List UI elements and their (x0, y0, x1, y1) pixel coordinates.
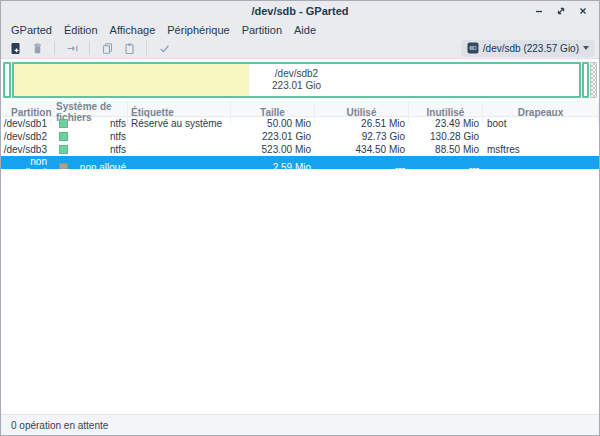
partition-table: Partition Système de fichiers Étiquette … (1, 101, 599, 169)
table-row-sdb3[interactable]: /dev/sdb3 ntfs 523.00 Mio 434.50 Mio 88.… (1, 143, 599, 156)
menu-peripherique[interactable]: Périphérique (161, 24, 235, 36)
window-controls (531, 4, 599, 18)
new-partition-button[interactable] (4, 39, 26, 58)
statusbar: 0 opération en attente (1, 414, 599, 435)
cell-flags: msftres (483, 144, 599, 155)
partition-segment-name: /dev/sdb2 (275, 68, 318, 80)
cell-filesystem: ntfs (51, 130, 128, 143)
apply-operations-button[interactable] (153, 39, 175, 58)
menu-aide[interactable]: Aide (288, 24, 322, 36)
table-row-sdb1[interactable]: /dev/sdb1 ntfs Réservé au système 50.00 … (1, 117, 599, 130)
copy-button[interactable] (96, 39, 118, 58)
empty-area (1, 169, 599, 414)
toolbar-separator (89, 41, 90, 55)
partition-segment-size: 223.01 Gio (272, 80, 321, 92)
disk-visualization: /dev/sdb2 223.01 Gio (1, 59, 599, 101)
filesystem-name: ntfs (68, 118, 128, 129)
cell-filesystem: ntfs (51, 117, 128, 130)
cell-used: 92.73 Gio (315, 131, 409, 142)
device-selector-value: /dev/sdb (223.57 Gio) (483, 43, 579, 54)
cell-flags: boot (483, 118, 599, 129)
menu-affichage[interactable]: Affichage (104, 24, 162, 36)
toolbar: /dev/sdb (223.57 Gio) (1, 38, 599, 59)
cell-used: 434.50 Mio (315, 144, 409, 155)
filesystem-color-swatch (59, 119, 68, 128)
cell-unused: 88.50 Mio (409, 144, 483, 155)
cell-unused: 23.49 Mio (409, 118, 483, 129)
partition-segment-sdb2[interactable]: /dev/sdb2 223.01 Gio (12, 62, 581, 98)
cell-size: 50.00 Mio (231, 118, 315, 129)
hard-disk-icon (467, 42, 479, 54)
filesystem-color-swatch (59, 145, 68, 154)
titlebar: /dev/sdb - GParted (1, 1, 599, 21)
toolbar-separator (146, 41, 147, 55)
menu-partition[interactable]: Partition (236, 24, 288, 36)
partition-segment-sdb3[interactable] (582, 62, 589, 98)
close-button[interactable] (575, 4, 591, 18)
minimize-button[interactable] (531, 4, 547, 18)
table-row-unallocated[interactable]: non alloué non alloué 2.59 Mio --- --- (1, 156, 599, 169)
new-partition-icon (9, 42, 22, 55)
toolbar-separator (54, 41, 55, 55)
chevron-down-icon (583, 46, 589, 50)
cell-unused: 130.28 Gio (409, 131, 483, 142)
cell-filesystem: ntfs (51, 143, 128, 156)
gparted-window: /dev/sdb - GParted GParted Édition Affic… (0, 0, 600, 436)
partition-segment-unallocated[interactable] (590, 62, 597, 98)
menu-edition[interactable]: Édition (58, 24, 104, 36)
checkmark-icon (158, 42, 171, 55)
device-selector[interactable]: /dev/sdb (223.57 Gio) (461, 40, 595, 57)
cell-size: 523.00 Mio (231, 144, 315, 155)
paste-icon (123, 42, 136, 55)
filesystem-color-swatch (59, 132, 68, 141)
cell-used: 26.51 Mio (315, 118, 409, 129)
menubar: GParted Édition Affichage Périphérique P… (1, 21, 599, 38)
paste-button[interactable] (118, 39, 140, 58)
cell-label: Réservé au système (128, 118, 231, 129)
used-space-fill (14, 64, 249, 96)
resize-move-icon (66, 42, 79, 55)
partition-segment-sdb1[interactable] (3, 62, 11, 98)
pending-operations-text: 0 opération en attente (11, 420, 108, 431)
table-row-sdb2[interactable]: /dev/sdb2 ntfs 223.01 Gio 92.73 Gio 130.… (1, 130, 599, 143)
menu-gparted[interactable]: GParted (5, 24, 58, 36)
resize-move-button[interactable] (61, 39, 83, 58)
filesystem-name: ntfs (68, 144, 128, 155)
cell-partition: /dev/sdb1 (1, 118, 51, 129)
copy-icon (101, 42, 114, 55)
trash-icon (31, 42, 44, 55)
filesystem-name: ntfs (68, 131, 128, 142)
cell-size: 223.01 Gio (231, 131, 315, 142)
table-header: Partition Système de fichiers Étiquette … (1, 101, 599, 117)
delete-partition-button[interactable] (26, 39, 48, 58)
disk-bar: /dev/sdb2 223.01 Gio (3, 62, 597, 98)
cell-partition: /dev/sdb2 (1, 131, 51, 142)
window-title: /dev/sdb - GParted (1, 5, 599, 17)
restore-button[interactable] (553, 4, 569, 18)
cell-partition: /dev/sdb3 (1, 144, 51, 155)
